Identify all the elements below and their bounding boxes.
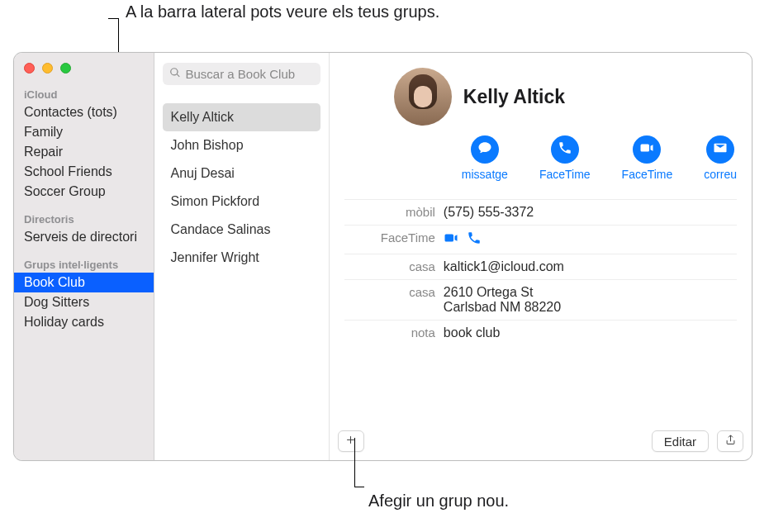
fields: mòbil (575) 555-3372 FaceTime casa kalti… bbox=[344, 199, 737, 345]
edit-button[interactable]: Editar bbox=[652, 430, 709, 452]
sidebar: iCloud Contactes (tots) Family Repair Sc… bbox=[14, 53, 154, 460]
avatar[interactable] bbox=[394, 68, 452, 126]
action-mail[interactable]: correu bbox=[704, 135, 737, 181]
field-home-address: casa 2610 Ortega St Carlsbad NM 88220 bbox=[344, 279, 737, 320]
sidebar-item-directory-services[interactable]: Serveis de directori bbox=[14, 227, 154, 247]
action-facetime-audio[interactable]: FaceTime bbox=[539, 135, 591, 181]
field-value[interactable]: (575) 555-3372 bbox=[444, 205, 737, 220]
sidebar-item-all-contacts[interactable]: Contactes (tots) bbox=[14, 102, 154, 122]
field-value[interactable]: 2610 Ortega St Carlsbad NM 88220 bbox=[444, 285, 737, 315]
field-label: casa bbox=[344, 285, 444, 299]
sidebar-item-dog-sitters[interactable]: Dog Sitters bbox=[14, 292, 154, 312]
field-home-email: casa kaltick1@icloud.com bbox=[344, 254, 737, 279]
field-label: casa bbox=[344, 259, 444, 273]
window-controls bbox=[14, 59, 154, 85]
contact-name: Kelly Altick bbox=[463, 86, 565, 108]
share-button[interactable] bbox=[717, 430, 743, 452]
sidebar-section-smart-groups: Grups intel·ligents bbox=[14, 255, 154, 273]
search-placeholder: Buscar a Book Club bbox=[186, 67, 296, 81]
field-label: FaceTime bbox=[344, 230, 444, 245]
field-mobile: mòbil (575) 555-3372 bbox=[344, 199, 737, 225]
action-label: FaceTime bbox=[539, 168, 591, 181]
field-facetime: FaceTime bbox=[344, 225, 737, 254]
video-icon[interactable] bbox=[444, 230, 458, 249]
contact-row[interactable]: Anuj Desai bbox=[163, 159, 320, 188]
message-icon bbox=[477, 140, 492, 159]
callout-sidebar: A la barra lateral pots veure els teus g… bbox=[126, 2, 439, 21]
sidebar-section-directories: Directoris bbox=[14, 210, 154, 227]
field-value[interactable]: book club bbox=[444, 325, 737, 340]
contact-row[interactable]: Jennifer Wright bbox=[163, 244, 320, 272]
video-icon bbox=[639, 140, 654, 159]
contact-row[interactable]: Candace Salinas bbox=[163, 216, 320, 244]
search-input[interactable]: Buscar a Book Club bbox=[163, 63, 320, 85]
phone-icon[interactable] bbox=[467, 230, 482, 249]
close-window-button[interactable] bbox=[24, 63, 35, 74]
minimize-window-button[interactable] bbox=[42, 63, 53, 74]
action-label: FaceTime bbox=[622, 168, 673, 181]
sidebar-item-soccer-group[interactable]: Soccer Group bbox=[14, 182, 154, 202]
field-note: nota book club bbox=[344, 320, 737, 345]
sidebar-section-icloud: iCloud bbox=[14, 85, 154, 102]
detail-footer: Editar bbox=[338, 430, 743, 452]
contact-row[interactable]: John Bishop bbox=[163, 131, 320, 159]
sidebar-item-family[interactable]: Family bbox=[14, 122, 154, 142]
contact-row[interactable]: Simon Pickford bbox=[163, 188, 320, 216]
action-message[interactable]: missatge bbox=[462, 135, 508, 181]
action-label: correu bbox=[704, 168, 737, 181]
maximize-window-button[interactable] bbox=[60, 63, 71, 74]
sidebar-item-book-club[interactable]: Book Club bbox=[14, 273, 154, 292]
field-value[interactable]: kaltick1@icloud.com bbox=[444, 259, 737, 274]
phone-icon bbox=[558, 140, 572, 159]
contact-list-panel: Buscar a Book Club Kelly Altick John Bis… bbox=[154, 53, 330, 460]
callout-add-group: Afegir un grup nou. bbox=[368, 492, 509, 511]
add-button[interactable] bbox=[338, 430, 364, 452]
contact-row[interactable]: Kelly Altick bbox=[163, 103, 320, 131]
field-label: nota bbox=[344, 325, 444, 340]
action-facetime-video[interactable]: FaceTime bbox=[622, 135, 673, 181]
mail-icon bbox=[713, 140, 728, 159]
sidebar-item-holiday-cards[interactable]: Holiday cards bbox=[14, 312, 154, 332]
plus-icon bbox=[344, 434, 357, 449]
callout-line bbox=[354, 438, 355, 487]
field-label: mòbil bbox=[344, 205, 444, 219]
sidebar-item-repair[interactable]: Repair bbox=[14, 142, 154, 162]
sidebar-item-school-friends[interactable]: School Friends bbox=[14, 162, 154, 182]
app-window: iCloud Contactes (tots) Family Repair Sc… bbox=[13, 52, 752, 461]
share-icon bbox=[724, 434, 737, 449]
search-icon bbox=[169, 67, 181, 81]
contact-detail-panel: Kelly Altick missatge FaceTime FaceTime … bbox=[330, 53, 752, 460]
action-label: missatge bbox=[462, 168, 508, 181]
contacts-list: Kelly Altick John Bishop Anuj Desai Simo… bbox=[163, 103, 320, 272]
